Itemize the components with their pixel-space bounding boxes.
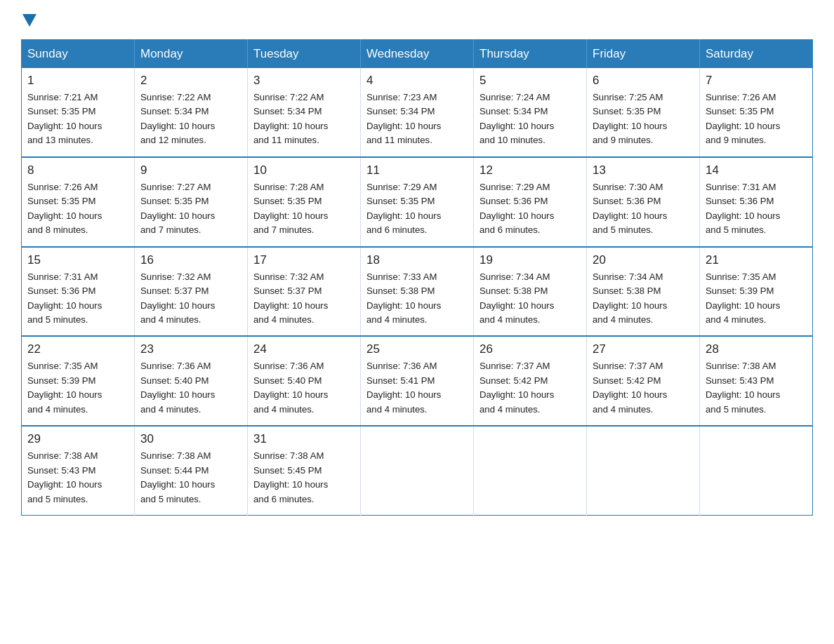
day-14: 14 Sunrise: 7:31 AM Sunset: 5:36 PM Dayl… xyxy=(700,157,813,247)
day-number: 12 xyxy=(479,163,581,177)
day-number: 1 xyxy=(27,74,128,88)
day-info: Sunrise: 7:36 AM Sunset: 5:41 PM Dayligh… xyxy=(366,359,468,417)
day-info: Sunrise: 7:38 AM Sunset: 5:44 PM Dayligh… xyxy=(140,449,241,507)
day-info: Sunrise: 7:26 AM Sunset: 5:35 PM Dayligh… xyxy=(27,180,128,238)
day-number: 8 xyxy=(27,163,128,177)
header-wednesday: Wednesday xyxy=(361,40,474,69)
day-19: 19 Sunrise: 7:34 AM Sunset: 5:38 PM Dayl… xyxy=(474,247,587,337)
day-number: 29 xyxy=(27,432,128,446)
day-15: 15 Sunrise: 7:31 AM Sunset: 5:36 PM Dayl… xyxy=(22,247,135,337)
day-number: 13 xyxy=(593,163,694,177)
day-number: 25 xyxy=(366,342,468,356)
day-8: 8 Sunrise: 7:26 AM Sunset: 5:35 PM Dayli… xyxy=(22,157,135,247)
day-info: Sunrise: 7:22 AM Sunset: 5:34 PM Dayligh… xyxy=(253,90,355,148)
week-row-3: 15 Sunrise: 7:31 AM Sunset: 5:36 PM Dayl… xyxy=(22,247,813,337)
day-number: 3 xyxy=(253,74,355,88)
day-number: 26 xyxy=(479,342,581,356)
day-27: 27 Sunrise: 7:37 AM Sunset: 5:42 PM Dayl… xyxy=(587,336,700,426)
day-number: 17 xyxy=(253,253,355,267)
day-11: 11 Sunrise: 7:29 AM Sunset: 5:35 PM Dayl… xyxy=(361,157,474,247)
day-number: 5 xyxy=(479,74,581,88)
day-21: 21 Sunrise: 7:35 AM Sunset: 5:39 PM Dayl… xyxy=(700,247,813,337)
day-25: 25 Sunrise: 7:36 AM Sunset: 5:41 PM Dayl… xyxy=(361,336,474,426)
day-13: 13 Sunrise: 7:30 AM Sunset: 5:36 PM Dayl… xyxy=(587,157,700,247)
week-row-4: 22 Sunrise: 7:35 AM Sunset: 5:39 PM Dayl… xyxy=(22,336,813,426)
day-info: Sunrise: 7:29 AM Sunset: 5:35 PM Dayligh… xyxy=(366,180,468,238)
day-30: 30 Sunrise: 7:38 AM Sunset: 5:44 PM Dayl… xyxy=(135,426,248,515)
day-info: Sunrise: 7:36 AM Sunset: 5:40 PM Dayligh… xyxy=(140,359,241,417)
week-row-1: 1 Sunrise: 7:21 AM Sunset: 5:35 PM Dayli… xyxy=(22,68,813,157)
day-18: 18 Sunrise: 7:33 AM Sunset: 5:38 PM Dayl… xyxy=(361,247,474,337)
day-3: 3 Sunrise: 7:22 AM Sunset: 5:34 PM Dayli… xyxy=(248,68,361,157)
day-16: 16 Sunrise: 7:32 AM Sunset: 5:37 PM Dayl… xyxy=(135,247,248,337)
day-number: 15 xyxy=(27,253,128,267)
day-info: Sunrise: 7:24 AM Sunset: 5:34 PM Dayligh… xyxy=(479,90,581,148)
empty-cell xyxy=(361,426,474,515)
day-info: Sunrise: 7:38 AM Sunset: 5:45 PM Dayligh… xyxy=(253,449,355,507)
day-number: 4 xyxy=(366,74,468,88)
day-info: Sunrise: 7:37 AM Sunset: 5:42 PM Dayligh… xyxy=(593,359,694,417)
day-info: Sunrise: 7:33 AM Sunset: 5:38 PM Dayligh… xyxy=(366,270,468,328)
day-number: 6 xyxy=(593,74,694,88)
day-number: 16 xyxy=(140,253,241,267)
day-9: 9 Sunrise: 7:27 AM Sunset: 5:35 PM Dayli… xyxy=(135,157,248,247)
day-10: 10 Sunrise: 7:28 AM Sunset: 5:35 PM Dayl… xyxy=(248,157,361,247)
day-info: Sunrise: 7:21 AM Sunset: 5:35 PM Dayligh… xyxy=(27,90,128,148)
day-number: 14 xyxy=(706,163,807,177)
day-info: Sunrise: 7:32 AM Sunset: 5:37 PM Dayligh… xyxy=(253,270,355,328)
day-number: 10 xyxy=(253,163,355,177)
header-saturday: Saturday xyxy=(700,40,813,69)
day-info: Sunrise: 7:30 AM Sunset: 5:36 PM Dayligh… xyxy=(593,180,694,238)
day-info: Sunrise: 7:29 AM Sunset: 5:36 PM Dayligh… xyxy=(479,180,581,238)
day-info: Sunrise: 7:38 AM Sunset: 5:43 PM Dayligh… xyxy=(706,359,807,417)
day-info: Sunrise: 7:25 AM Sunset: 5:35 PM Dayligh… xyxy=(593,90,694,148)
day-number: 21 xyxy=(706,253,807,267)
day-22: 22 Sunrise: 7:35 AM Sunset: 5:39 PM Dayl… xyxy=(22,336,135,426)
day-4: 4 Sunrise: 7:23 AM Sunset: 5:34 PM Dayli… xyxy=(361,68,474,157)
day-23: 23 Sunrise: 7:36 AM Sunset: 5:40 PM Dayl… xyxy=(135,336,248,426)
logo xyxy=(21,14,38,25)
day-5: 5 Sunrise: 7:24 AM Sunset: 5:34 PM Dayli… xyxy=(474,68,587,157)
day-info: Sunrise: 7:34 AM Sunset: 5:38 PM Dayligh… xyxy=(479,270,581,328)
day-20: 20 Sunrise: 7:34 AM Sunset: 5:38 PM Dayl… xyxy=(587,247,700,337)
day-6: 6 Sunrise: 7:25 AM Sunset: 5:35 PM Dayli… xyxy=(587,68,700,157)
day-number: 11 xyxy=(366,163,468,177)
day-number: 24 xyxy=(253,342,355,356)
day-24: 24 Sunrise: 7:36 AM Sunset: 5:40 PM Dayl… xyxy=(248,336,361,426)
day-info: Sunrise: 7:28 AM Sunset: 5:35 PM Dayligh… xyxy=(253,180,355,238)
day-number: 27 xyxy=(593,342,694,356)
calendar-header-row: SundayMondayTuesdayWednesdayThursdayFrid… xyxy=(22,40,813,69)
day-info: Sunrise: 7:38 AM Sunset: 5:43 PM Dayligh… xyxy=(27,449,128,507)
day-info: Sunrise: 7:37 AM Sunset: 5:42 PM Dayligh… xyxy=(479,359,581,417)
day-26: 26 Sunrise: 7:37 AM Sunset: 5:42 PM Dayl… xyxy=(474,336,587,426)
day-number: 20 xyxy=(593,253,694,267)
day-info: Sunrise: 7:32 AM Sunset: 5:37 PM Dayligh… xyxy=(140,270,241,328)
day-info: Sunrise: 7:35 AM Sunset: 5:39 PM Dayligh… xyxy=(27,359,128,417)
day-number: 30 xyxy=(140,432,241,446)
day-info: Sunrise: 7:31 AM Sunset: 5:36 PM Dayligh… xyxy=(706,180,807,238)
day-info: Sunrise: 7:31 AM Sunset: 5:36 PM Dayligh… xyxy=(27,270,128,328)
day-1: 1 Sunrise: 7:21 AM Sunset: 5:35 PM Dayli… xyxy=(22,68,135,157)
day-17: 17 Sunrise: 7:32 AM Sunset: 5:37 PM Dayl… xyxy=(248,247,361,337)
day-2: 2 Sunrise: 7:22 AM Sunset: 5:34 PM Dayli… xyxy=(135,68,248,157)
day-29: 29 Sunrise: 7:38 AM Sunset: 5:43 PM Dayl… xyxy=(22,426,135,515)
day-number: 22 xyxy=(27,342,128,356)
day-number: 9 xyxy=(140,163,241,177)
day-31: 31 Sunrise: 7:38 AM Sunset: 5:45 PM Dayl… xyxy=(248,426,361,515)
day-number: 31 xyxy=(253,432,355,446)
header-sunday: Sunday xyxy=(22,40,135,69)
day-info: Sunrise: 7:22 AM Sunset: 5:34 PM Dayligh… xyxy=(140,90,241,148)
calendar-table: SundayMondayTuesdayWednesdayThursdayFrid… xyxy=(21,39,813,516)
empty-cell xyxy=(587,426,700,515)
day-number: 18 xyxy=(366,253,468,267)
day-number: 7 xyxy=(706,74,807,88)
day-info: Sunrise: 7:36 AM Sunset: 5:40 PM Dayligh… xyxy=(253,359,355,417)
page-header xyxy=(21,14,813,25)
week-row-2: 8 Sunrise: 7:26 AM Sunset: 5:35 PM Dayli… xyxy=(22,157,813,247)
empty-cell xyxy=(700,426,813,515)
day-number: 2 xyxy=(140,74,241,88)
day-info: Sunrise: 7:23 AM Sunset: 5:34 PM Dayligh… xyxy=(366,90,468,148)
day-info: Sunrise: 7:34 AM Sunset: 5:38 PM Dayligh… xyxy=(593,270,694,328)
day-info: Sunrise: 7:27 AM Sunset: 5:35 PM Dayligh… xyxy=(140,180,241,238)
day-number: 23 xyxy=(140,342,241,356)
